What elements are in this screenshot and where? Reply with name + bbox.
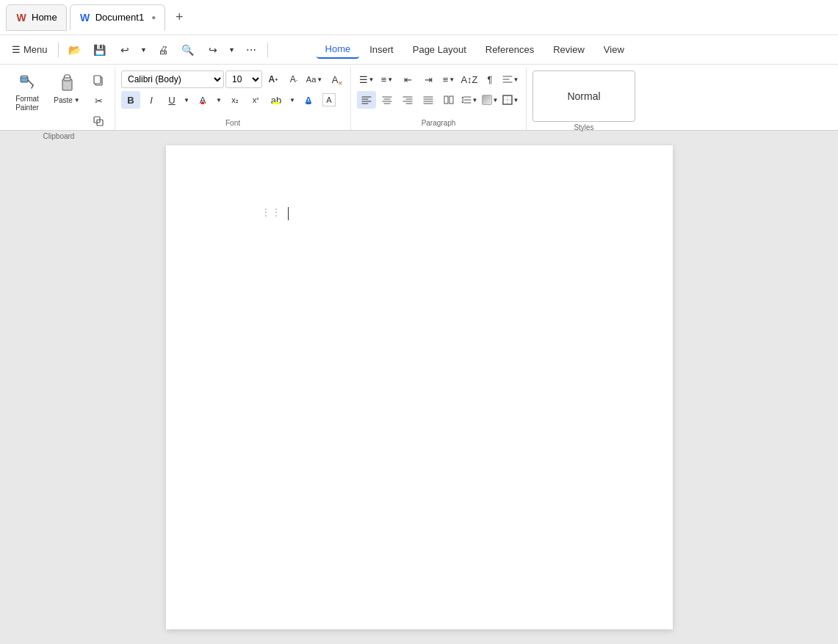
- document-tab[interactable]: W Document1 ●: [70, 4, 166, 31]
- tab-review[interactable]: Review: [544, 41, 593, 58]
- font-family-select[interactable]: Calibri (Body): [121, 70, 224, 88]
- sort-button[interactable]: A↕Z: [460, 70, 479, 88]
- document-page[interactable]: ⋮⋮: [166, 145, 673, 629]
- styles-label: Styles: [532, 122, 635, 131]
- clear-formatting-button[interactable]: A ✕: [325, 70, 344, 88]
- tab-insert[interactable]: Insert: [361, 41, 402, 58]
- undo-button[interactable]: ↩: [113, 39, 137, 61]
- format-painter-icon: [18, 73, 36, 93]
- tab-references[interactable]: References: [477, 41, 543, 58]
- tab-view[interactable]: View: [595, 41, 633, 58]
- align-right-button[interactable]: [398, 91, 417, 109]
- paragraph-label: Paragraph: [357, 117, 520, 127]
- bullet-list-button[interactable]: ☰▼: [357, 70, 376, 88]
- subscript-button[interactable]: x₂: [225, 91, 245, 109]
- font-bg-button[interactable]: A: [319, 91, 339, 109]
- align-left-button[interactable]: [357, 91, 376, 109]
- save-button[interactable]: 💾: [88, 39, 112, 61]
- document-tab-icon: W: [79, 12, 91, 23]
- bold-button[interactable]: B: [121, 91, 140, 109]
- svg-line-2: [28, 80, 33, 85]
- font-group: Calibri (Body) 10 A+ A- Aa▼ A ✕ B I U: [115, 68, 351, 130]
- clipboard-group: FormatPainter Paste ▼: [3, 68, 115, 130]
- shading-button[interactable]: ▼: [480, 91, 499, 109]
- cut-button[interactable]: ✂: [88, 91, 109, 110]
- decrease-font-button[interactable]: A-: [284, 70, 303, 88]
- undo-dropdown[interactable]: ▼: [138, 39, 150, 61]
- copy-section: ✂: [88, 70, 109, 131]
- paste-label: Paste: [54, 96, 73, 104]
- number-list-button[interactable]: ≡▼: [378, 70, 397, 88]
- svg-line-3: [32, 85, 33, 88]
- superscript-button[interactable]: x²: [246, 91, 265, 109]
- svg-rect-11: [444, 96, 448, 104]
- paragraph-settings-button[interactable]: ▼: [501, 70, 520, 88]
- highlight-button[interactable]: ab: [267, 91, 286, 109]
- format-painter-button[interactable]: FormatPainter: [9, 70, 46, 115]
- decrease-indent-button[interactable]: ⇤: [398, 70, 417, 88]
- tab-page-layout[interactable]: Page Layout: [404, 41, 475, 58]
- document-tab-label: Document1: [95, 12, 144, 23]
- styles-group: Normal Styles: [527, 68, 641, 130]
- svg-rect-1: [21, 76, 27, 78]
- font-case-button[interactable]: Aa▼: [305, 70, 324, 88]
- align-center-button[interactable]: [378, 91, 397, 109]
- ribbon: FormatPainter Paste ▼: [0, 65, 838, 131]
- font-color-button[interactable]: A: [193, 91, 212, 109]
- redo-button[interactable]: ↪: [201, 39, 225, 61]
- text-cursor: [288, 207, 289, 220]
- multilevel-list-button[interactable]: ≡▼: [439, 70, 458, 88]
- tab-home[interactable]: Home: [317, 40, 360, 59]
- menu-label: Menu: [24, 44, 48, 55]
- increase-font-button[interactable]: A+: [264, 70, 283, 88]
- justify-button[interactable]: [419, 91, 438, 109]
- menu-divider-2: [267, 43, 268, 57]
- svg-rect-12: [449, 96, 453, 104]
- font-size-select[interactable]: 10: [225, 70, 262, 88]
- text-cursor-area: ⋮⋮: [261, 204, 289, 220]
- home-tab-icon: W: [15, 12, 27, 23]
- font-label: Font: [121, 117, 344, 127]
- paragraph-group: ☰▼ ≡▼ ⇤ ⇥ ≡▼ A↕Z ¶ ▼: [351, 68, 527, 130]
- document-area: ⋮⋮: [0, 131, 838, 644]
- text-color-button[interactable]: A: [299, 91, 318, 109]
- italic-button[interactable]: I: [142, 91, 161, 109]
- columns-button[interactable]: [439, 91, 458, 109]
- title-bar: W Home W Document1 ● +: [0, 0, 838, 35]
- clipboard-label: Clipboard: [9, 131, 109, 140]
- find-button[interactable]: 🔍: [176, 39, 200, 61]
- copy-button[interactable]: [88, 70, 109, 90]
- add-tab-button[interactable]: +: [168, 7, 190, 29]
- clone-button[interactable]: [88, 112, 109, 131]
- more-button[interactable]: ⋯: [239, 39, 263, 61]
- format-painter-label: FormatPainter: [15, 95, 39, 112]
- paste-chevron: ▼: [74, 97, 80, 104]
- paste-icon: [58, 73, 76, 95]
- document-tab-close[interactable]: ●: [151, 13, 156, 21]
- svg-rect-6: [65, 75, 70, 78]
- underline-dropdown[interactable]: ▼: [181, 91, 192, 109]
- font-color-dropdown[interactable]: ▼: [214, 91, 224, 109]
- menu-divider-1: [58, 43, 59, 57]
- show-formatting-button[interactable]: ¶: [480, 70, 499, 88]
- normal-style-label: Normal: [567, 90, 600, 102]
- home-tab[interactable]: W Home: [6, 4, 67, 31]
- redo-dropdown[interactable]: ▼: [226, 39, 238, 61]
- menu-button[interactable]: ☰ Menu: [6, 39, 54, 61]
- open-button[interactable]: 📂: [63, 39, 87, 61]
- underline-button[interactable]: U: [162, 91, 181, 109]
- border-button[interactable]: ▼: [501, 91, 520, 109]
- line-spacing-button[interactable]: ▼: [460, 91, 479, 109]
- drag-handle: ⋮⋮: [261, 207, 282, 217]
- print-button[interactable]: 🖨: [151, 39, 175, 61]
- svg-rect-8: [94, 76, 101, 84]
- highlight-dropdown[interactable]: ▼: [287, 91, 297, 109]
- increase-indent-button[interactable]: ⇥: [419, 70, 438, 88]
- normal-style-button[interactable]: Normal: [532, 70, 635, 122]
- paste-button[interactable]: Paste ▼: [48, 70, 85, 107]
- home-tab-label: Home: [32, 12, 57, 23]
